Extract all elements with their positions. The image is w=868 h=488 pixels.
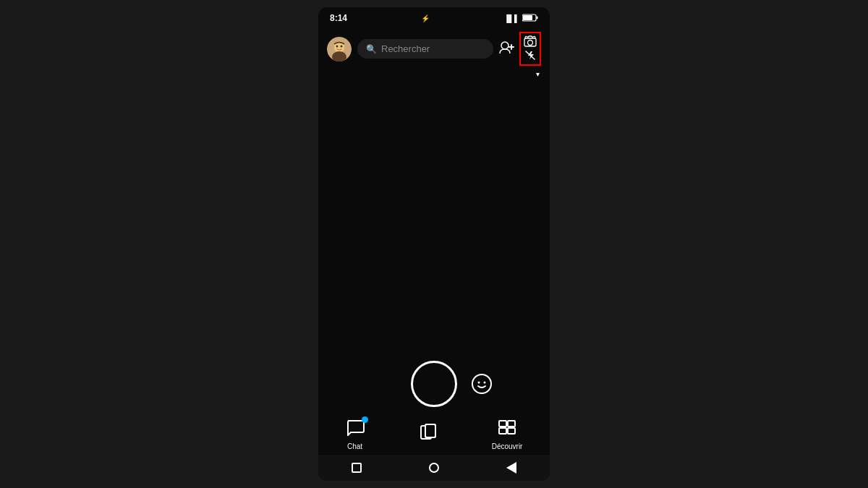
chat-icon	[346, 419, 365, 440]
dropdown-row: ▾	[318, 70, 550, 81]
svg-point-6	[336, 45, 339, 47]
status-bar: 8:14 ⚡ ▐▌▌	[318, 7, 550, 27]
nav-item-chat[interactable]: Chat	[346, 419, 365, 450]
svg-point-8	[501, 42, 509, 49]
svg-rect-2	[523, 15, 532, 20]
search-bar[interactable]: 🔍 Rechercher	[357, 39, 493, 59]
svg-point-7	[341, 45, 343, 47]
system-nav	[318, 455, 550, 481]
svg-rect-22	[499, 428, 506, 434]
search-icon: 🔍	[366, 44, 377, 54]
status-icons: ▐▌▌	[504, 14, 538, 23]
nav-item-center[interactable]	[419, 424, 438, 445]
svg-point-16	[484, 382, 486, 384]
chat-notification-badge	[362, 416, 368, 423]
back-button[interactable]	[506, 462, 516, 474]
phone-screen: 8:14 ⚡ ▐▌▌	[318, 7, 550, 481]
face-filter-button[interactable]	[469, 371, 495, 397]
svg-rect-20	[499, 421, 506, 427]
chat-label: Chat	[347, 442, 362, 450]
svg-point-14	[472, 374, 491, 393]
bottom-nav: Chat Découvrir	[318, 413, 550, 455]
avatar[interactable]	[327, 37, 352, 61]
discover-label: Découvrir	[492, 442, 523, 450]
status-time: 8:14	[330, 13, 347, 23]
avatar-image	[327, 37, 352, 61]
camera-icon[interactable]	[524, 35, 537, 49]
top-actions	[499, 32, 541, 66]
nav-item-discover[interactable]: Découvrir	[492, 419, 523, 450]
alert-icon: ⚡	[421, 14, 430, 22]
svg-rect-21	[508, 421, 515, 427]
stories-icon	[419, 424, 438, 445]
home-button[interactable]	[429, 463, 439, 473]
svg-rect-23	[508, 428, 515, 434]
svg-rect-18	[425, 424, 435, 437]
signal-icon: ▐▌▌	[504, 14, 519, 22]
camera-highlight-box	[519, 32, 541, 66]
svg-rect-1	[536, 16, 537, 19]
top-bar: 🔍 Rechercher	[318, 27, 550, 70]
search-placeholder: Rechercher	[381, 43, 430, 54]
camera-controls	[318, 352, 550, 413]
flash-off-icon[interactable]	[525, 51, 535, 62]
discover-icon	[498, 419, 516, 440]
chevron-down-icon[interactable]: ▾	[536, 70, 540, 78]
svg-point-12	[528, 40, 533, 46]
battery-icon	[522, 14, 538, 23]
svg-point-15	[478, 382, 480, 384]
recents-button[interactable]	[352, 463, 362, 473]
add-friend-button[interactable]	[499, 41, 515, 57]
shutter-button[interactable]	[411, 361, 457, 407]
camera-area	[318, 81, 550, 352]
